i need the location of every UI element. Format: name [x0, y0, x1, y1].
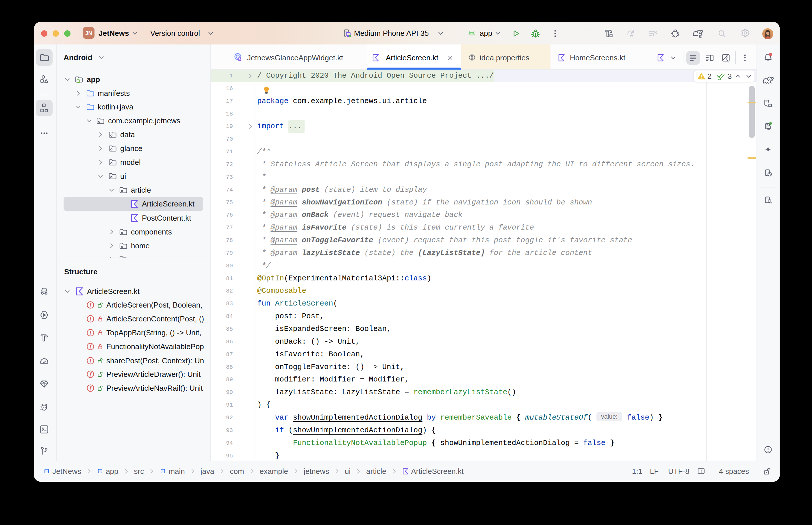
svg-text:f: f — [90, 344, 92, 349]
svg-text:f: f — [90, 371, 92, 377]
svg-text:f: f — [90, 358, 92, 363]
svg-text:f: f — [90, 330, 92, 335]
svg-text:f: f — [90, 302, 92, 308]
svg-text:f: f — [90, 316, 92, 322]
svg-text:f: f — [90, 385, 92, 391]
